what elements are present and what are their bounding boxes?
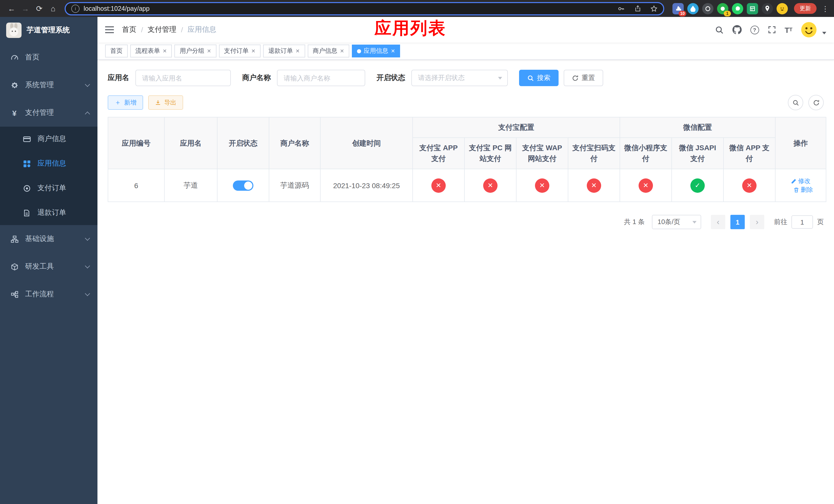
tab-pay-order[interactable]: 支付订单✕ xyxy=(219,45,261,58)
back-icon[interactable]: ← xyxy=(5,2,18,15)
screen: ← → ⟳ ⌂ i localhost:1024/pay/app 10 xyxy=(0,0,834,504)
chevron-down-icon xyxy=(693,221,697,223)
search-button[interactable]: 搜索 xyxy=(519,70,558,86)
tab-process-form[interactable]: 流程表单✕ xyxy=(130,45,172,58)
sidebar-item-workflow[interactable]: 工作流程 xyxy=(0,280,97,308)
next-page-button[interactable]: › xyxy=(750,215,764,229)
goto-page-input[interactable] xyxy=(791,215,813,229)
workflow-icon xyxy=(10,290,19,298)
close-icon[interactable]: ✕ xyxy=(391,48,395,54)
active-dot xyxy=(357,49,361,53)
tab-merchant-info[interactable]: 商户信息✕ xyxy=(307,45,349,58)
reset-button[interactable]: 重置 xyxy=(564,70,603,86)
col-group-wechat: 微信配置 xyxy=(620,117,775,138)
status-select[interactable]: 请选择开启状态 xyxy=(411,70,508,86)
extension-chat-icon[interactable] xyxy=(732,3,743,14)
extension-badge: 1 xyxy=(724,10,731,16)
avatar-caret-icon[interactable] xyxy=(822,32,826,35)
status-toggle[interactable] xyxy=(233,180,254,190)
sidebar-item-infra[interactable]: 基础设施 xyxy=(0,225,97,253)
yen-icon: ¥ xyxy=(10,109,19,117)
sidebar-item-merchant-info[interactable]: 商户信息 xyxy=(0,127,97,151)
sidebar-item-home[interactable]: 首页 xyxy=(0,44,97,71)
extension-pin-icon[interactable] xyxy=(762,3,773,14)
card-icon xyxy=(23,135,31,143)
address-bar[interactable]: i localhost:1024/pay/app xyxy=(65,2,664,15)
col-wx-app: 微信 APP 支付 xyxy=(723,138,775,169)
page-1-button[interactable]: 1 xyxy=(730,215,745,229)
extension-face-icon[interactable] xyxy=(776,3,788,14)
extension-dark-icon[interactable] xyxy=(702,3,714,14)
merchant-name-input[interactable] xyxy=(277,70,365,86)
site-info-icon[interactable]: i xyxy=(71,4,80,13)
apps-table: 应用编号 应用名 开启状态 商户名称 创建时间 支付宝配置 微信配置 操作 支付… xyxy=(108,117,824,202)
delete-link[interactable]: 删除 xyxy=(793,185,813,194)
extension-green-badged-icon[interactable]: 1 xyxy=(717,3,728,14)
app-name-input[interactable] xyxy=(135,70,231,86)
chevron-down-icon xyxy=(498,77,502,79)
browser-update-button[interactable]: 更新 xyxy=(794,3,816,14)
close-icon[interactable]: ✕ xyxy=(295,48,300,54)
reload-icon[interactable]: ⟳ xyxy=(33,2,46,15)
payment-submenu: 商户信息 应用信息 支付订单 xyxy=(0,127,97,225)
browser-menu-icon[interactable]: ⋮ xyxy=(822,4,829,13)
col-merchant: 商户名称 xyxy=(269,117,320,169)
password-key-icon[interactable] xyxy=(615,5,627,12)
help-icon[interactable]: ? xyxy=(750,25,759,34)
alipay-pc-status-icon: ✕ xyxy=(483,178,498,192)
dashboard-icon xyxy=(10,53,19,62)
search-icon[interactable] xyxy=(715,25,723,34)
alipay-qr-status-icon: ✕ xyxy=(587,178,601,192)
home-icon[interactable]: ⌂ xyxy=(47,2,60,15)
add-button[interactable]: ＋ 新增 xyxy=(108,95,143,110)
trash-icon xyxy=(793,187,799,192)
tab-refund-order[interactable]: 退款订单✕ xyxy=(263,45,305,58)
sidebar-item-dev-tools[interactable]: 研发工具 xyxy=(0,253,97,280)
close-icon[interactable]: ✕ xyxy=(162,48,167,54)
sidebar-item-pay-order[interactable]: 支付订单 xyxy=(0,176,97,201)
col-status: 开启状态 xyxy=(217,117,269,169)
cell-merchant: 芋道源码 xyxy=(269,169,320,202)
page-size-select[interactable]: 10条/页 xyxy=(652,215,701,229)
extensions-area: 10 1 xyxy=(673,3,788,14)
prev-page-button[interactable]: ‹ xyxy=(711,215,725,229)
breadcrumb-section[interactable]: 支付管理 xyxy=(148,25,176,35)
tab-home[interactable]: 首页 xyxy=(105,45,128,58)
breadcrumb-home[interactable]: 首页 xyxy=(122,25,136,35)
chevron-down-icon xyxy=(85,82,90,87)
extension-drop-icon[interactable] xyxy=(687,3,699,14)
col-wx-jsapi: 微信 JSAPI 支付 xyxy=(672,138,723,169)
share-icon[interactable] xyxy=(631,5,644,12)
fullscreen-icon[interactable] xyxy=(768,26,776,34)
col-app-name: 应用名 xyxy=(164,117,217,169)
toggle-search-button[interactable] xyxy=(788,95,803,110)
forward-icon[interactable]: → xyxy=(19,2,32,15)
bookmark-star-icon[interactable] xyxy=(648,5,660,12)
font-size-icon[interactable]: TT xyxy=(785,26,792,33)
sidebar-toggle-icon[interactable] xyxy=(105,26,114,33)
tab-app-info[interactable]: 应用信息✕ xyxy=(352,45,400,58)
export-button[interactable]: 导出 xyxy=(148,95,183,110)
sidebar-logo[interactable]: 芋道管理系统 xyxy=(0,17,97,44)
user-avatar[interactable] xyxy=(801,22,816,38)
sidebar-item-system[interactable]: 系统管理 xyxy=(0,71,97,99)
url-text[interactable]: localhost:1024/pay/app xyxy=(84,5,611,12)
edit-link[interactable]: 修改 xyxy=(791,177,810,185)
close-icon[interactable]: ✕ xyxy=(340,48,344,54)
col-alipay-pc: 支付宝 PC 网站支付 xyxy=(464,138,516,169)
sidebar-item-refund-order[interactable]: 退款订单 xyxy=(0,201,97,225)
col-actions: 操作 xyxy=(775,117,826,169)
extension-sheet-icon[interactable] xyxy=(747,3,758,14)
close-icon[interactable]: ✕ xyxy=(251,48,256,54)
extension-puzzle-icon[interactable]: 10 xyxy=(673,3,684,14)
wx-app-status-icon: ✕ xyxy=(742,178,756,192)
close-icon[interactable]: ✕ xyxy=(207,48,211,54)
sidebar-item-app-info[interactable]: 应用信息 xyxy=(0,151,97,176)
plus-icon: ＋ xyxy=(114,98,121,107)
sidebar-item-payment[interactable]: ¥ 支付管理 xyxy=(0,99,97,127)
search-form: 应用名 商户名称 开启状态 请选择开启状态 搜索 重置 xyxy=(108,70,824,86)
github-icon[interactable] xyxy=(732,25,741,35)
tab-user-group[interactable]: 用户分组✕ xyxy=(175,45,216,58)
refresh-button[interactable] xyxy=(808,95,824,110)
cell-app-id: 6 xyxy=(108,169,164,202)
